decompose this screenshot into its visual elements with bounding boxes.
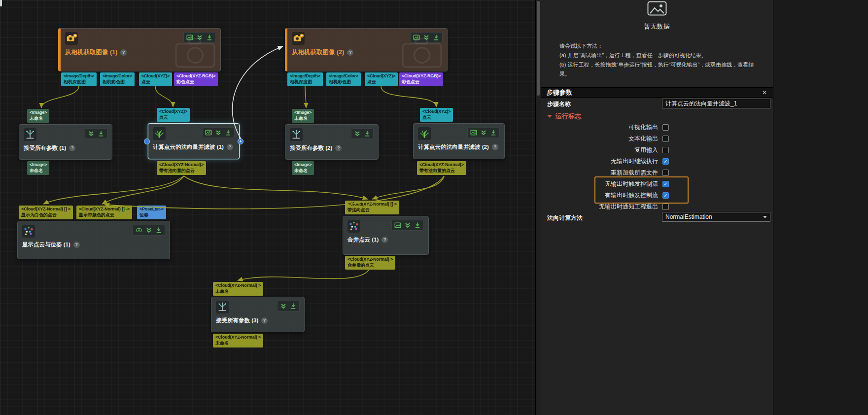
flag-row-trigger-ctrlflow-no-output: 无输出时触发控制流✓ — [541, 178, 773, 190]
help-icon[interactable]: ? — [120, 49, 127, 56]
double-chevron-down-icon[interactable] — [145, 227, 152, 234]
eye-icon[interactable] — [136, 227, 142, 234]
normal-method-dropdown[interactable]: NormalEstimation — [662, 212, 770, 222]
node-capture-image-2[interactable]: 从相机获取图像 (2) ? — [285, 28, 448, 71]
node-accept-params-2[interactable]: 接受所有参数 (2) ? — [285, 124, 379, 160]
double-chevron-down-icon[interactable] — [215, 129, 222, 136]
download-icon[interactable] — [225, 129, 232, 136]
port-cam1-cloud-out[interactable]: <Cloud(XYZ)>点云 — [139, 72, 172, 86]
node-calc-normals-1[interactable]: 计算点云的法向量并滤波 (1) ? — [148, 123, 240, 159]
wire-cam1-to-calc1[interactable] — [155, 86, 173, 107]
download-icon[interactable] — [155, 227, 162, 234]
camera-icon — [65, 32, 78, 45]
control-wire-calc1-to-cam2[interactable] — [232, 46, 283, 139]
port-show1-poses-in[interactable]: <PoseList->位姿 — [137, 206, 166, 219]
section-title: 步骤参数 — [547, 88, 572, 97]
port-calc2-out[interactable]: <Cloud(XYZ-Normal)>带有法向量的点云 — [417, 161, 466, 175]
control-in-port[interactable] — [144, 138, 150, 144]
node-toolbar — [202, 127, 235, 138]
double-chevron-down-icon[interactable] — [480, 129, 487, 136]
help-icon[interactable]: ? — [335, 145, 342, 151]
port-calc2-in[interactable]: <Cloud(XYZ)>点云 — [420, 108, 453, 122]
visual-output-icon[interactable] — [470, 129, 477, 136]
help-icon[interactable]: ? — [382, 237, 388, 243]
help-icon[interactable]: ? — [73, 242, 80, 248]
node-graph-canvas[interactable]: 从相机获取图像 (1) ? 从相机获取图像 (2) ? — [0, 0, 535, 415]
port-accept3-out[interactable]: <Cloud(XYZ-Normal) >未命名 — [213, 334, 263, 347]
control-out-port[interactable]: + — [238, 138, 243, 144]
wire-calc1-to-merge1[interactable] — [184, 176, 368, 199]
node-accept-params-1[interactable]: 接受所有参数 (1) ? — [19, 124, 112, 160]
wire-cam2-to-accept2[interactable] — [305, 86, 306, 108]
flag-row-reload-files: 重新加载所需文件 — [541, 167, 773, 178]
port-accept3-in[interactable]: <Cloud(XYZ-Normal) >未命名 — [213, 282, 263, 296]
run-flags-header[interactable]: 运行标志 — [547, 112, 581, 121]
wire-calc2-to-merge1[interactable] — [372, 176, 444, 199]
checkbox-reuse-input[interactable] — [662, 147, 669, 153]
wire-cam1-to-accept1[interactable] — [41, 86, 79, 108]
port-accept2-out[interactable]: <Image>未命名 — [292, 161, 314, 175]
checkbox-notify-exit-no-output[interactable] — [662, 204, 669, 210]
help-icon[interactable]: ? — [227, 144, 233, 150]
close-icon[interactable]: ✕ — [762, 89, 767, 96]
port-cam1-color-out[interactable]: <Image/Color>相机彩色图 — [100, 72, 135, 86]
download-icon[interactable] — [290, 303, 297, 310]
points-icon — [22, 225, 35, 238]
download-icon[interactable] — [414, 222, 421, 229]
checkbox-trigger-ctrlflow-with-output[interactable]: ✓ — [662, 192, 669, 199]
node-toolbar — [133, 225, 165, 236]
checkbox-continue-when-no-output[interactable]: ✓ — [662, 158, 669, 165]
help-icon[interactable]: ? — [69, 145, 75, 151]
node-accept-params-3[interactable]: 接受所有参数 (3) ? — [211, 297, 305, 332]
double-chevron-down-icon[interactable] — [280, 303, 287, 310]
port-cam2-rgbcloud-out[interactable]: <Cloud(XYZ-RGB)>彩色点云 — [399, 72, 443, 86]
node-capture-image-1[interactable]: 从相机获取图像 (1) ? — [58, 28, 221, 71]
points-icon — [347, 220, 360, 233]
port-cam2-color-out[interactable]: <Image/Color>相机彩色图 — [326, 72, 361, 86]
port-show1-whitecloud-in[interactable]: <Cloud(XYZ-Normal) [] >显示为白色的点云 — [19, 206, 73, 219]
empty-state-tips: 请尝试以下方法： (a) 开启“调试输出”，运行工程，查看任一步骤的可视化结果。… — [559, 41, 770, 79]
visual-output-icon[interactable] — [394, 222, 401, 229]
visual-output-icon[interactable] — [205, 129, 212, 136]
scrollbar-thumb[interactable] — [537, 1, 540, 96]
checkbox-reload-files[interactable] — [662, 170, 669, 176]
wire-calc1-to-show1-color[interactable] — [102, 176, 184, 204]
help-icon[interactable]: ? — [492, 144, 498, 150]
node-calc-normals-2[interactable]: 计算点云的法向量并滤波 (2) ? — [413, 123, 505, 159]
help-icon[interactable]: ? — [347, 49, 353, 56]
wire-cam2-to-calc2[interactable] — [381, 86, 436, 107]
node-title: 合并点云 (1) ? — [347, 236, 424, 243]
step-name-input[interactable] — [662, 99, 770, 108]
help-icon[interactable]: ? — [261, 317, 268, 324]
node-merge-clouds-1[interactable]: 合并点云 (1) ? — [343, 216, 429, 255]
node-toolbar — [85, 128, 107, 139]
port-accept1-out[interactable]: <Image>未命名 — [27, 161, 49, 175]
double-chevron-down-icon[interactable] — [354, 130, 361, 137]
port-calc1-out[interactable]: <Cloud(XYZ-Normal)>带有法向量的点云 — [157, 161, 206, 175]
checkbox-visual-output[interactable] — [662, 124, 669, 131]
port-cam2-cloud-out[interactable]: <Cloud(XYZ)>点云 — [365, 72, 398, 86]
port-calc1-in[interactable]: <Cloud(XYZ)>点云 — [157, 108, 190, 122]
port-accept1-in[interactable]: <Image>未命名 — [27, 109, 49, 123]
empty-state-title: 暂无数据 — [541, 22, 773, 31]
port-merge1-in[interactable]: <Cloud(XYZ-Normal) [] >带法向点云 — [345, 201, 399, 214]
port-cam1-rgbcloud-out[interactable]: <Cloud(XYZ-RGB)>彩色点云 — [174, 72, 218, 86]
port-cam1-depth-out[interactable]: <Image/Depth>相机深度图 — [61, 72, 97, 86]
double-chevron-down-icon[interactable] — [404, 222, 411, 229]
canvas-vertical-scrollbar[interactable] — [535, 0, 541, 415]
wire-calc1-to-show1-white[interactable] — [43, 176, 184, 204]
checkbox-text-output[interactable] — [662, 136, 669, 142]
node-show-cloud-poses-1[interactable]: 显示点云与位姿 (1) ? — [17, 221, 170, 259]
download-icon[interactable] — [98, 130, 104, 137]
port-accept2-in[interactable]: <Image>未命名 — [292, 109, 314, 123]
checkbox-trigger-ctrlflow-no-output[interactable]: ✓ — [662, 181, 669, 187]
port-show1-colorcloud-in[interactable]: <Cloud(XYZ-Normal) [] ->显示带颜色的点云 — [76, 206, 132, 219]
download-icon[interactable] — [364, 130, 371, 137]
node-title: 接受所有参数 (1) ? — [24, 144, 107, 152]
port-merge1-out[interactable]: <Cloud(XYZ-Normal) >合并后的点云 — [345, 256, 395, 270]
port-cam2-depth-out[interactable]: <Image/Depth>相机深度图 — [287, 72, 323, 86]
grass-icon — [153, 127, 166, 140]
download-icon[interactable] — [490, 129, 497, 136]
wire-merge1-to-accept3[interactable] — [238, 270, 369, 280]
double-chevron-down-icon[interactable] — [88, 130, 95, 137]
